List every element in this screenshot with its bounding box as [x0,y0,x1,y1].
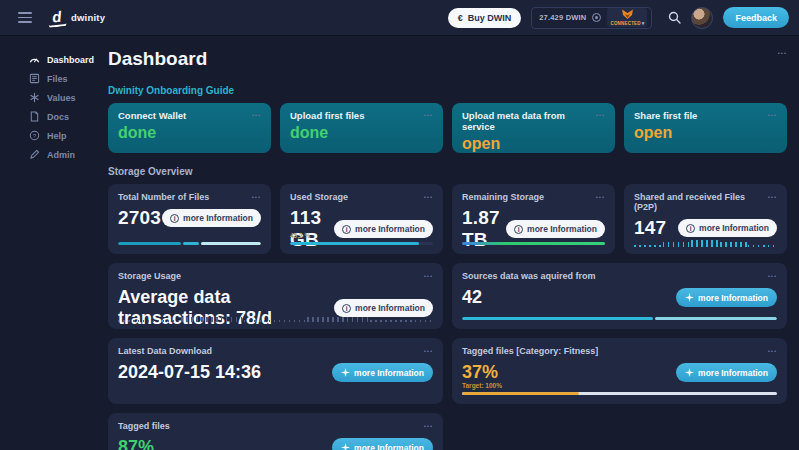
stat-value: 87% [118,437,154,450]
sidebar: Dashboard Files Values Docs ? Help Admin [0,36,100,450]
page-more-icon[interactable] [778,48,787,56]
topbar: d dwinity € Buy DWIN 27.429 DWIN CONNECT… [0,0,799,36]
card-tagged-fitness: Tagged files [Category: Fitness] 37% mor… [452,338,787,404]
sparkle-icon [341,443,350,450]
metamask-fox-icon [621,9,634,20]
card-more-icon[interactable] [596,110,605,118]
info-cards-row-2: Latest Data Download 2024-07-15 14:36 mo… [108,338,787,404]
more-information-button[interactable]: more Information [334,220,433,238]
balance-amount: 27.429 DWIN [539,13,586,22]
card-storage-usage: Storage Usage Average data transactions:… [108,263,443,329]
search-icon[interactable] [668,11,681,24]
sparkle-icon [685,293,694,302]
info-cards-row-1: Storage Usage Average data transactions:… [108,263,787,329]
sidebar-item-dashboard[interactable]: Dashboard [0,50,100,69]
card-more-icon[interactable] [252,192,261,200]
wallet-connect-chip[interactable]: CONNECTED [607,8,647,27]
status-badge: open [462,135,605,153]
user-avatar[interactable] [691,7,713,29]
stat-value: Average data transactions: 78/d [118,287,334,329]
bar-target-label: Target: 100% [462,382,502,389]
activity-sparkline [634,239,777,247]
onboarding-card-upload-meta[interactable]: Upload meta data from service open [452,103,615,153]
sparkle-icon [685,368,694,377]
stat-value: 42 [462,287,482,308]
help-icon: ? [29,130,40,141]
card-more-icon[interactable] [424,192,433,200]
card-more-icon[interactable] [252,110,261,118]
empty-grid-cell [452,413,787,450]
stat-value: 147 [634,217,666,239]
info-icon [342,304,351,313]
card-more-icon[interactable] [424,110,433,118]
sidebar-item-docs[interactable]: Docs [0,107,100,126]
page-title: Dashboard [108,48,207,70]
more-information-button[interactable]: more Information [676,288,777,307]
stat-card-total-files: Total Number of Files 2703 more Informat… [108,184,271,254]
brand-logo[interactable]: d dwinity [48,9,105,27]
storage-heading: Storage Overview [108,166,787,177]
feedback-button[interactable]: Feedback [723,7,789,28]
brand-name: dwinity [71,12,105,23]
dwinity-logo-icon: d [47,8,67,28]
card-more-icon[interactable] [768,192,777,200]
bar-percentage-label: 45,2 % [290,232,310,239]
card-more-icon[interactable] [768,110,777,118]
card-tagged-files: Tagged files 87% more Information [108,413,443,450]
progress-bar [290,242,433,245]
info-icon [686,224,695,233]
stat-value: 2024-07-15 14:36 [118,362,261,383]
card-more-icon[interactable] [424,271,433,279]
wallet-balance[interactable]: 27.429 DWIN CONNECTED [531,7,652,29]
more-information-button[interactable]: more Information [332,438,433,450]
status-badge: done [118,124,261,142]
storage-stat-cards: Total Number of Files 2703 more Informat… [108,184,787,254]
more-information-button[interactable]: more Information [162,209,261,227]
card-more-icon[interactable] [768,346,777,354]
stat-card-used-storage: Used Storage 113 GB more Information 45,… [280,184,443,254]
onboarding-card-connect-wallet[interactable]: Connect Wallet done [108,103,271,153]
coin-icon [592,13,601,22]
progress-bar [462,392,777,395]
sidebar-item-files[interactable]: Files [0,69,100,88]
status-badge: open [634,124,777,142]
card-more-icon[interactable] [424,421,433,429]
card-more-icon[interactable] [768,271,777,279]
more-information-button[interactable]: more Information [676,363,777,382]
card-more-icon[interactable] [424,346,433,354]
docs-icon [29,111,40,122]
progress-bar [462,317,777,320]
status-badge: done [290,124,433,142]
activity-sparkline [118,314,433,322]
card-sources-acquired: Sources data was aquired from 42 more In… [452,263,787,329]
onboarding-card-upload-files[interactable]: Upload first files done [280,103,443,153]
progress-bar [462,242,605,245]
info-icon [342,225,351,234]
menu-icon[interactable] [18,12,32,23]
admin-icon [29,149,40,160]
progress-bar [118,242,261,245]
sidebar-item-help[interactable]: ? Help [0,126,100,145]
wallet-status-label: CONNECTED [610,20,644,26]
main-content: Dashboard Dwinity Onboarding Guide Conne… [100,36,799,450]
onboarding-cards: Connect Wallet done Upload first files d… [108,103,787,153]
more-information-button[interactable]: more Information [332,363,433,382]
more-information-button[interactable]: more Information [506,220,605,238]
svg-text:?: ? [33,133,37,139]
info-cards-row-3: Tagged files 87% more Information [108,413,787,450]
stat-value: 37% [462,362,498,383]
stat-card-remaining-storage: Remaining Storage 1.87 TB more Informati… [452,184,615,254]
stat-value: 2703 [118,207,161,229]
euro-icon: € [458,13,463,23]
sparkle-icon [341,368,350,377]
dashboard-icon [29,54,40,65]
sidebar-item-values[interactable]: Values [0,88,100,107]
info-icon [170,214,179,223]
onboarding-heading: Dwinity Onboarding Guide [108,85,787,96]
more-information-button[interactable]: more Information [678,219,777,237]
buy-dwin-button[interactable]: € Buy DWIN [448,8,522,28]
files-icon [29,73,40,84]
onboarding-card-share-file[interactable]: Share first file open [624,103,787,153]
card-more-icon[interactable] [596,192,605,200]
sidebar-item-admin[interactable]: Admin [0,145,100,164]
